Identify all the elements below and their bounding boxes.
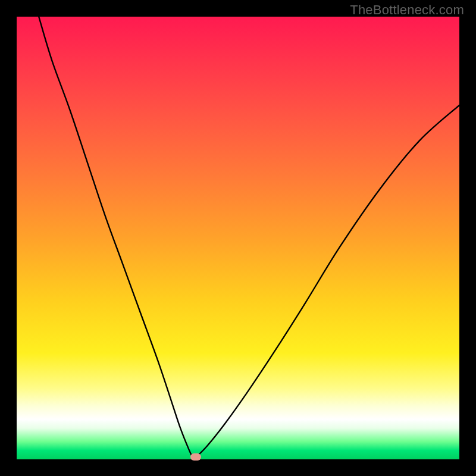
watermark-text: TheBottleneck.com (350, 2, 464, 18)
bottleneck-curve (17, 17, 459, 459)
chart-frame: TheBottleneck.com (0, 0, 476, 476)
minimum-marker (190, 453, 201, 461)
